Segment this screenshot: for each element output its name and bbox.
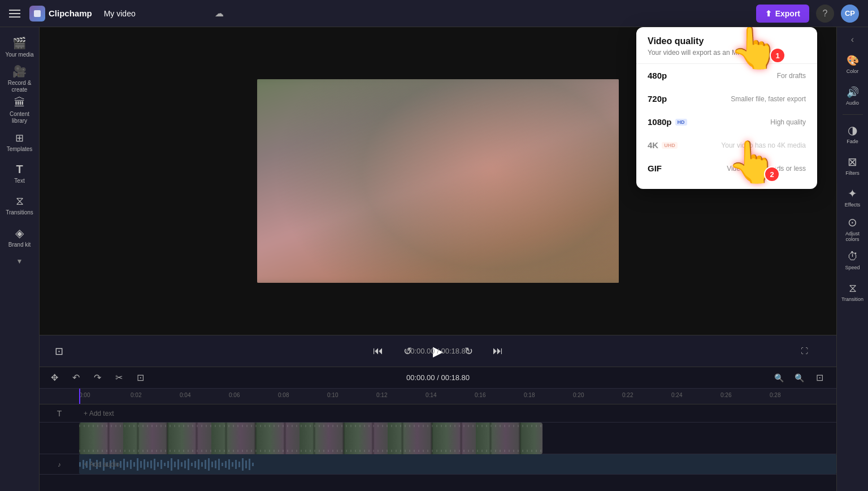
logo-icon	[29, 6, 45, 21]
record-icon: 🎥	[12, 64, 27, 78]
quality-1080p-label: 1080p HD	[648, 117, 687, 127]
left-sidebar: 🎬 Your media 🎥 Record &create 🏛 Contentl…	[0, 27, 40, 491]
video-preview	[257, 79, 619, 283]
audio-icon: ♪	[58, 461, 61, 468]
export-button[interactable]: ⬆ Export	[756, 5, 809, 23]
controls-bar: ⊡ ⏮ ↺ ▶ ↻ ⏭ ⛶ 00:00.00 / 00:18.80	[40, 335, 836, 367]
topbar-right: ⬆ Export ? CP	[756, 5, 859, 23]
rs-item-effects[interactable]: ✦ Effects	[839, 182, 867, 212]
sidebar-item-text[interactable]: T Text	[2, 158, 38, 189]
text-track-label: T	[40, 409, 79, 418]
effects-icon: ✦	[848, 187, 857, 200]
redo-button[interactable]: ↷	[89, 370, 105, 386]
rs-item-adjust-colors[interactable]: ⊙ Adjustcolors	[839, 213, 867, 244]
quality-4k-label: 4K UHD	[648, 140, 678, 150]
library-icon: 🏛	[14, 96, 25, 109]
video-track	[40, 423, 836, 454]
playhead[interactable]	[79, 389, 80, 404]
tracks: T + Add text	[40, 404, 836, 475]
media-icon: 🎬	[12, 36, 27, 50]
rs-item-color[interactable]: 🎨 Color	[839, 49, 867, 79]
sidebar-expand-button[interactable]: ▼	[16, 253, 23, 269]
sidebar-item-templates[interactable]: ⊞ Templates	[2, 127, 38, 157]
logo: Clipchamp	[29, 6, 92, 21]
quality-option-480p[interactable]: 480p For drafts	[636, 64, 817, 87]
skip-forward-button[interactable]: ⏭	[488, 341, 508, 361]
text-track-content[interactable]: + Add text	[79, 404, 836, 422]
speed-icon: ⏱	[847, 250, 858, 263]
rs-item-filters[interactable]: ⊠ Filters	[839, 150, 867, 180]
transition-icon: ⧖	[849, 282, 857, 295]
rs-item-speed[interactable]: ⏱ Speed	[839, 245, 867, 275]
timeline-area: ✥ ↶ ↷ ✂ ⊡ 00:00.00 / 00:18.80 🔍 🔍 ⊡ 0:00…	[40, 367, 836, 491]
export-label: Export	[775, 9, 800, 18]
svg-rect-0	[34, 10, 41, 17]
quality-option-4k[interactable]: 4K UHD Your video has no 4K media	[636, 133, 817, 157]
quality-option-720p[interactable]: 720p Smaller file, faster export	[636, 87, 817, 110]
add-text-button[interactable]: + Add text	[84, 410, 114, 417]
sidebar-item-transitions[interactable]: ⧖ Transitions	[2, 190, 38, 221]
split-button[interactable]: ⊡	[132, 370, 148, 386]
menu-button[interactable]	[9, 7, 23, 20]
text-track-icon: T	[57, 409, 62, 418]
hd-badge: HD	[675, 119, 687, 126]
audio-track-content[interactable]: // This won't execute in SVG context, us…	[79, 454, 836, 474]
undo-button[interactable]: ↶	[68, 370, 84, 386]
screenshot-button[interactable]: ⊡	[49, 341, 69, 361]
video-clip[interactable]	[79, 423, 542, 454]
export-quality-subtitle: Your video will export as an MP4 file	[648, 49, 806, 57]
audio-track-label: ♪	[40, 461, 79, 468]
film-strip	[79, 423, 542, 454]
sidebar-item-your-media[interactable]: 🎬 Your media	[2, 32, 38, 62]
rs-divider	[843, 114, 863, 115]
timecode-display: 00:00.00 / 00:18.80	[406, 347, 470, 355]
user-avatar[interactable]: CP	[841, 5, 859, 23]
sidebar-item-brand-kit[interactable]: ◈ Brand kit	[2, 222, 38, 252]
zoom-out-button[interactable]: 🔍	[771, 370, 787, 386]
quality-4k-desc: Your video has no 4K media	[721, 141, 806, 149]
export-icon: ⬆	[765, 9, 772, 18]
uhd-badge: UHD	[662, 142, 678, 149]
quality-720p-desc: Smaller file, faster export	[731, 95, 806, 103]
export-dropdown: Video quality Your video will export as …	[636, 27, 817, 189]
video-track-content[interactable]	[79, 423, 836, 454]
rs-item-fade[interactable]: ◑ Fade	[839, 118, 867, 149]
export-dropdown-header: Video quality Your video will export as …	[636, 36, 817, 64]
fullscreen-button[interactable]: ⛶	[801, 347, 808, 355]
help-button[interactable]: ?	[816, 5, 834, 23]
audio-rs-icon: 🔊	[847, 86, 859, 98]
collapse-button[interactable]: ‹	[839, 32, 867, 48]
quality-1080p-desc: High quality	[770, 118, 806, 126]
quality-gif-desc: Videos 15 seconds or less	[727, 165, 806, 173]
zoom-in-button[interactable]: 🔍	[791, 370, 807, 386]
quality-gif-label: GIF	[648, 163, 662, 173]
right-sidebar: ‹ 🎨 Color 🔊 Audio ◑ Fade ⊠ Filters ✦ Eff…	[836, 27, 868, 491]
brand-icon: ◈	[15, 226, 24, 240]
select-tool[interactable]: ✥	[46, 370, 62, 386]
cut-button[interactable]: ✂	[111, 370, 127, 386]
templates-icon: ⊞	[15, 132, 24, 144]
transitions-icon: ⧖	[16, 195, 24, 208]
fade-icon: ◑	[848, 123, 857, 137]
sync-icon: ☁	[215, 8, 224, 19]
timeline-ruler: 0:00 0:02 0:04 0:06 0:08 0:10 0:12 0:14 …	[40, 389, 836, 404]
left-controls: ⊡	[49, 341, 69, 361]
skip-back-button[interactable]: ⏮	[368, 341, 388, 361]
text-track: T + Add text	[40, 404, 836, 423]
quality-option-gif[interactable]: GIF Videos 15 seconds or less	[636, 157, 817, 180]
quality-480p-desc: For drafts	[777, 72, 806, 80]
add-audio-button[interactable]: + Add audio	[84, 460, 120, 468]
video-title-input[interactable]	[99, 6, 208, 21]
timeline-timecode: 00:00.00 / 00:18.80	[406, 373, 470, 382]
topbar-left: Clipchamp ☁	[9, 6, 224, 21]
sidebar-item-content-library[interactable]: 🏛 Contentlibrary	[2, 95, 38, 126]
sidebar-item-record-create[interactable]: 🎥 Record &create	[2, 63, 38, 94]
fit-button[interactable]: ⊡	[811, 370, 827, 386]
topbar: Clipchamp ☁ ⬆ Export ? CP	[0, 0, 868, 27]
rs-item-transition[interactable]: ⧖ Transition	[839, 277, 867, 307]
quality-720p-label: 720p	[648, 94, 667, 104]
text-icon: T	[16, 163, 23, 176]
quality-option-1080p[interactable]: 1080p HD High quality	[636, 110, 817, 133]
chevron-down-icon: ▼	[16, 257, 23, 265]
rs-item-audio[interactable]: 🔊 Audio	[839, 80, 867, 111]
